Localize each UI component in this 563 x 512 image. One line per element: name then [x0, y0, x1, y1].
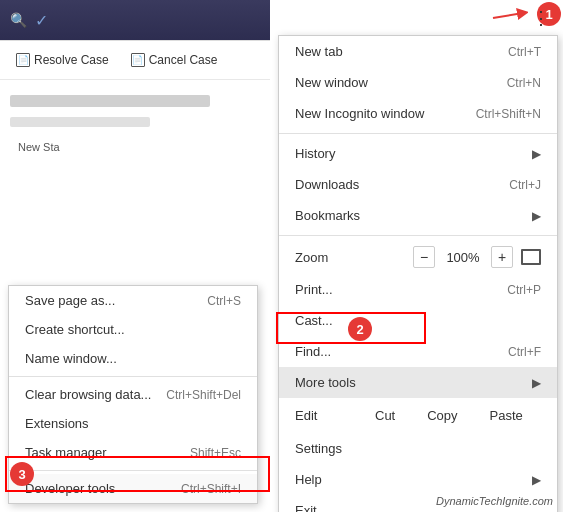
help-item[interactable]: Help ▶: [279, 464, 557, 495]
arrow-to-three-dot: [488, 8, 528, 28]
menu-divider-2: [9, 470, 257, 471]
create-shortcut-item[interactable]: Create shortcut...: [9, 315, 257, 344]
help-arrow: ▶: [532, 473, 541, 487]
badge-3: 3: [10, 462, 34, 486]
save-page-as-item[interactable]: Save page as... Ctrl+S: [9, 286, 257, 315]
three-dot-menu-button[interactable]: ⋮: [527, 4, 555, 32]
copy-button[interactable]: Copy: [411, 404, 473, 427]
new-status-text: New Sta: [18, 141, 60, 153]
history-item[interactable]: History ▶: [279, 138, 557, 169]
gray-bar-2: [10, 117, 150, 127]
task-manager-item[interactable]: Task manager Shift+Esc: [9, 438, 257, 467]
settings-item[interactable]: Settings: [279, 433, 557, 464]
cut-button[interactable]: Cut: [359, 404, 411, 427]
print-item[interactable]: Print... Ctrl+P: [279, 274, 557, 305]
name-window-item[interactable]: Name window...: [9, 344, 257, 373]
svg-line-0: [493, 13, 523, 18]
extensions-item[interactable]: Extensions: [9, 409, 257, 438]
fullscreen-icon[interactable]: [521, 249, 541, 265]
clear-browsing-item[interactable]: Clear browsing data... Ctrl+Shift+Del: [9, 380, 257, 409]
left-submenu: Save page as... Ctrl+S Create shortcut..…: [8, 285, 258, 504]
cancel-case-button[interactable]: 📄 Cancel Case: [123, 47, 226, 73]
zoom-row: Zoom − 100% +: [279, 240, 557, 274]
bookmarks-arrow: ▶: [532, 209, 541, 223]
zoom-level: 100%: [443, 250, 483, 265]
new-window-item[interactable]: New window Ctrl+N: [279, 67, 557, 98]
toolbar-row: 📄 Resolve Case 📄 Cancel Case: [0, 41, 270, 80]
edit-row: Edit Cut Copy Paste: [279, 398, 557, 433]
cast-item[interactable]: Cast...: [279, 305, 557, 336]
resolve-icon: 📄: [16, 53, 30, 67]
content-area: New Sta: [0, 80, 270, 172]
more-tools-item[interactable]: More tools ▶: [279, 367, 557, 398]
browser-top-bar: 🔍 ✓: [0, 0, 270, 40]
history-arrow: ▶: [532, 147, 541, 161]
find-item[interactable]: Find... Ctrl+F: [279, 336, 557, 367]
edit-buttons: Cut Copy Paste: [359, 404, 557, 427]
zoom-in-button[interactable]: +: [491, 246, 513, 268]
separator-1: [279, 133, 557, 134]
zoom-out-button[interactable]: −: [413, 246, 435, 268]
watermark: DynamicTechIgnite.com: [436, 495, 553, 507]
downloads-item[interactable]: Downloads Ctrl+J: [279, 169, 557, 200]
cancel-icon: 📄: [131, 53, 145, 67]
more-tools-arrow: ▶: [532, 376, 541, 390]
check-icon: ✓: [35, 11, 48, 30]
paste-button[interactable]: Paste: [474, 404, 539, 427]
search-icon: 🔍: [10, 12, 27, 28]
gray-bar-1: [10, 95, 210, 107]
badge-2: 2: [348, 317, 372, 341]
new-incognito-item[interactable]: New Incognito window Ctrl+Shift+N: [279, 98, 557, 129]
developer-tools-item[interactable]: Developer tools Ctrl+Shift+I: [9, 474, 257, 503]
bookmarks-item[interactable]: Bookmarks ▶: [279, 200, 557, 231]
separator-2: [279, 235, 557, 236]
menu-divider-1: [9, 376, 257, 377]
zoom-controls: − 100% +: [413, 246, 541, 268]
new-status-row: New Sta: [10, 137, 260, 157]
right-main-menu: New tab Ctrl+T New window Ctrl+N New Inc…: [278, 35, 558, 512]
resolve-case-button[interactable]: 📄 Resolve Case: [8, 47, 117, 73]
new-tab-item[interactable]: New tab Ctrl+T: [279, 36, 557, 67]
